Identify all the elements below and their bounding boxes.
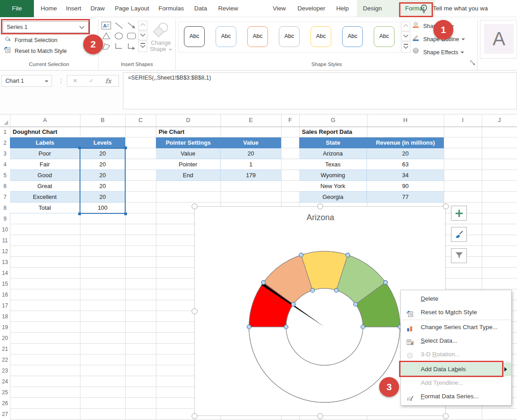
shape-style-preset-4[interactable]: Abc [279,26,300,47]
shape-effects-button[interactable]: Shape Effects [412,47,464,57]
arrow-shape-icon[interactable] [126,21,137,31]
table-cell[interactable]: Arizona [299,148,367,159]
styles-gallery-down-icon[interactable] [401,32,410,41]
shape-style-preset-5[interactable]: Abc [310,26,331,47]
table-cell[interactable]: Texas [299,159,367,170]
data-point-handle[interactable] [361,325,365,329]
name-box-dropdown-icon[interactable] [45,80,48,82]
table-cell[interactable]: 77 [367,192,444,203]
range-handle[interactable] [124,212,127,215]
column-header-D[interactable]: D [156,114,221,127]
column-header-E[interactable]: E [221,114,281,127]
shapes-gallery-down-icon[interactable] [138,31,147,40]
wordart-style-preview[interactable]: A [480,20,517,59]
table-cell[interactable]: Great [10,181,80,192]
shape-style-preset-1[interactable]: Abc [184,26,205,47]
menu-item-format-data-series[interactable]: Format Data Series... [401,390,511,403]
table-cell[interactable]: Good [10,170,80,181]
name-box[interactable]: Chart 1 [1,75,52,87]
selected-range-outline[interactable] [80,148,126,214]
column-header-H[interactable]: H [367,114,444,127]
data-point-handle[interactable] [346,253,350,257]
data-point-handle[interactable] [334,288,338,293]
enter-icon[interactable]: ✓ [89,76,94,86]
shape-style-preset-3[interactable]: Abc [247,26,268,47]
table-header-cell[interactable]: Labels [10,137,80,148]
row-header-13[interactable]: 13 [0,257,10,268]
row-header-2[interactable]: 2 [0,137,10,148]
reset-to-match-style-button[interactable]: Reset to Match Style [4,46,67,55]
row-header-6[interactable]: 6 [0,181,10,192]
select-all-corner[interactable] [0,114,10,127]
chart-resize-handle[interactable] [192,308,197,314]
data-point-handle[interactable] [353,302,357,307]
column-header-I[interactable]: I [444,114,482,127]
tab-view[interactable]: View [270,0,288,17]
row-header-16[interactable]: 16 [0,289,10,300]
tell-me-search[interactable]: Tell me what you wa [433,0,517,17]
menu-item-change-series-chart-type[interactable]: Change Series Chart Type... [401,321,511,334]
row-header-8[interactable]: 8 [0,203,10,213]
row-header-1[interactable]: 1 [0,127,10,137]
tab-home[interactable]: Home [38,0,59,17]
table-cell[interactable]: Value [156,148,221,159]
tab-file[interactable]: File [0,0,34,17]
format-selection-button[interactable]: Format Selection [4,35,57,44]
table-cell[interactable]: End [156,170,221,181]
row-header-17[interactable]: 17 [0,300,10,311]
menu-item-select-data[interactable]: Select Data... [401,334,511,348]
data-point-handle[interactable] [284,325,288,329]
shape-style-preset-2[interactable]: Abc [216,26,236,47]
row-header-26[interactable]: 26 [0,398,10,409]
styles-gallery-more-icon[interactable] [401,42,410,53]
chart-filters-button[interactable] [451,248,467,263]
row-header-20[interactable]: 20 [0,333,10,344]
row-header-23[interactable]: 23 [0,365,10,376]
tab-insert[interactable]: Insert [63,0,84,17]
doughnut-table-title[interactable]: Doughnut Chart [10,127,80,137]
row-header-21[interactable]: 21 [0,344,10,354]
data-point-handle[interactable] [310,288,315,293]
table-cell[interactable]: 34 [367,170,444,181]
rounded-rectangle-shape-icon[interactable] [126,31,137,42]
range-handle[interactable] [78,146,81,149]
elbow-connector-icon[interactable] [113,42,125,52]
shape-style-preset-7[interactable]: Abc [374,26,395,47]
table-header-cell[interactable]: Value [221,137,281,148]
chart-elements-button[interactable] [451,206,467,221]
range-handle[interactable] [78,212,81,215]
row-header-12[interactable]: 12 [0,246,10,257]
row-header-22[interactable]: 22 [0,354,10,365]
column-header-C[interactable]: C [125,114,156,127]
table-cell[interactable]: Excellent [10,192,80,203]
table-cell[interactable]: 90 [367,181,444,192]
column-header-J[interactable]: J [482,114,517,127]
shapes-gallery-up-icon[interactable] [138,21,147,30]
sales-table-title[interactable]: Sales Report Data [299,127,371,137]
table-cell[interactable]: Total [10,203,80,213]
table-cell[interactable]: New York [299,181,367,192]
menu-item-delete[interactable]: Delete [401,292,511,306]
cancel-icon[interactable]: ✕ [73,76,77,86]
change-shape-button[interactable]: Change Shape [149,21,173,61]
shapes-gallery-more-icon[interactable] [138,41,147,52]
chart-styles-button[interactable] [451,227,467,242]
row-header-3[interactable]: 3 [0,148,10,159]
table-cell[interactable]: Fair [10,159,80,170]
tab-developer[interactable]: Developer [296,0,327,17]
row-header-9[interactable]: 9 [0,213,10,224]
tab-help[interactable]: Help [334,0,351,17]
data-point-handle[interactable] [261,280,265,284]
table-cell[interactable]: Georgia [299,192,367,203]
row-header-14[interactable]: 14 [0,268,10,278]
chart-resize-handle[interactable] [317,203,323,209]
row-header-19[interactable]: 19 [0,322,10,333]
table-header-cell[interactable]: Levels [80,137,125,148]
tab-page-layout[interactable]: Page Layout [113,0,151,17]
column-header-G[interactable]: G [299,114,367,127]
table-cell[interactable]: Pointer [156,159,221,170]
formula-bar-splitter[interactable]: ⋮ [58,75,62,87]
column-header-B[interactable]: B [80,114,125,127]
chart-resize-handle[interactable] [192,413,197,419]
row-header-11[interactable]: 11 [0,235,10,246]
